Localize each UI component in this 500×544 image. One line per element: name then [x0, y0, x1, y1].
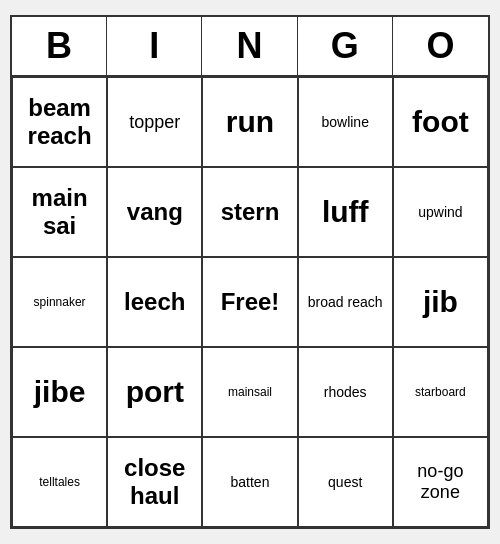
cell-text: stern	[221, 198, 280, 226]
cell-text: close haul	[114, 454, 195, 510]
header-letter: I	[107, 17, 202, 75]
cell-r2-c3: broad reach	[298, 257, 393, 347]
cell-text: topper	[129, 112, 180, 133]
header-letter: B	[12, 17, 107, 75]
cell-r1-c0: main sai	[12, 167, 107, 257]
cell-r4-c1: close haul	[107, 437, 202, 527]
cell-r1-c1: vang	[107, 167, 202, 257]
cell-text: no-go zone	[400, 461, 481, 503]
cell-r3-c3: rhodes	[298, 347, 393, 437]
cell-r4-c2: batten	[202, 437, 297, 527]
cell-r3-c2: mainsail	[202, 347, 297, 437]
cell-r1-c3: luff	[298, 167, 393, 257]
cell-r1-c2: stern	[202, 167, 297, 257]
cell-r3-c0: jibe	[12, 347, 107, 437]
cell-r0-c0: beam reach	[12, 77, 107, 167]
cell-text: port	[126, 375, 184, 409]
cell-r0-c2: run	[202, 77, 297, 167]
cell-text: Free!	[221, 288, 280, 316]
cell-text: quest	[328, 474, 362, 490]
cell-text: starboard	[415, 385, 466, 399]
cell-text: main sai	[19, 184, 100, 240]
cell-r4-c4: no-go zone	[393, 437, 488, 527]
cell-text: foot	[412, 105, 469, 139]
cell-r4-c3: quest	[298, 437, 393, 527]
header-letter: N	[202, 17, 297, 75]
bingo-grid: beam reachtopperrunbowlinefootmain saiva…	[12, 77, 488, 527]
cell-text: mainsail	[228, 385, 272, 399]
cell-text: leech	[124, 288, 185, 316]
cell-r0-c3: bowline	[298, 77, 393, 167]
cell-text: spinnaker	[34, 295, 86, 309]
cell-r0-c4: foot	[393, 77, 488, 167]
cell-text: jib	[423, 285, 458, 319]
cell-text: beam reach	[19, 94, 100, 150]
cell-text: broad reach	[308, 294, 383, 310]
cell-text: vang	[127, 198, 183, 226]
cell-text: bowline	[321, 114, 368, 130]
cell-text: batten	[231, 474, 270, 490]
cell-r4-c0: telltales	[12, 437, 107, 527]
cell-r2-c1: leech	[107, 257, 202, 347]
cell-text: rhodes	[324, 384, 367, 400]
header-letter: G	[298, 17, 393, 75]
cell-text: telltales	[39, 475, 80, 489]
cell-text: luff	[322, 195, 369, 229]
bingo-card: BINGO beam reachtopperrunbowlinefootmain…	[10, 15, 490, 529]
header-letter: O	[393, 17, 488, 75]
cell-r1-c4: upwind	[393, 167, 488, 257]
cell-r2-c0: spinnaker	[12, 257, 107, 347]
cell-r3-c1: port	[107, 347, 202, 437]
bingo-header: BINGO	[12, 17, 488, 77]
cell-text: upwind	[418, 204, 462, 220]
cell-r0-c1: topper	[107, 77, 202, 167]
cell-r3-c4: starboard	[393, 347, 488, 437]
cell-text: jibe	[34, 375, 86, 409]
cell-r2-c4: jib	[393, 257, 488, 347]
cell-r2-c2: Free!	[202, 257, 297, 347]
cell-text: run	[226, 105, 274, 139]
